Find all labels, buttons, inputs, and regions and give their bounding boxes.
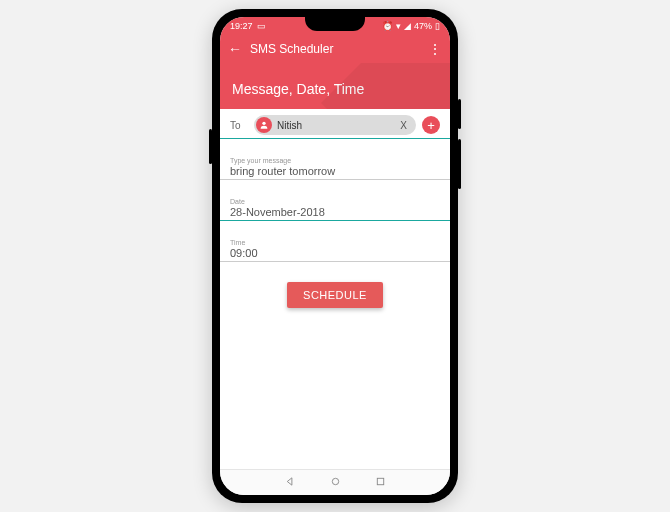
status-bar: 19:27 ▭ ⏰ ▾ ◢ 47% ▯ <box>220 17 450 35</box>
remove-recipient-button[interactable]: X <box>397 120 410 131</box>
app-title: SMS Scheduler <box>250 42 333 56</box>
nav-back-icon[interactable] <box>285 476 296 490</box>
nav-home-icon[interactable] <box>330 476 341 490</box>
message-input[interactable]: bring router tomorrow <box>230 165 440 177</box>
battery-text: 47% <box>414 21 432 31</box>
message-field[interactable]: Type your message bring router tomorrow <box>220 145 450 180</box>
time-label: Time <box>230 239 440 246</box>
signal-icon: ◢ <box>404 21 411 31</box>
schedule-button[interactable]: SCHEDULE <box>287 282 383 308</box>
time-field[interactable]: Time 09:00 <box>220 227 450 262</box>
app-bar: ← SMS Scheduler ⋮ <box>220 35 450 63</box>
navigation-bar <box>220 469 450 495</box>
battery-icon: ▯ <box>435 21 440 31</box>
date-input[interactable]: 28-November-2018 <box>230 206 440 218</box>
svg-rect-2 <box>377 478 383 484</box>
to-label: To <box>230 120 248 131</box>
clock-text: 19:27 <box>230 21 253 31</box>
date-field[interactable]: Date 28-November-2018 <box>220 186 450 221</box>
notification-icon: ▭ <box>257 21 266 31</box>
recipient-name: Nitish <box>277 120 302 131</box>
svg-point-0 <box>262 122 265 125</box>
svg-point-1 <box>332 478 338 484</box>
date-label: Date <box>230 198 440 205</box>
recipient-chip[interactable]: Nitish X <box>254 115 416 135</box>
alarm-icon: ⏰ <box>382 21 393 31</box>
back-icon[interactable]: ← <box>228 41 242 57</box>
screen: 19:27 ▭ ⏰ ▾ ◢ 47% ▯ ← SMS Scheduler ⋮ Me… <box>220 17 450 495</box>
recipient-field[interactable]: To Nitish X + <box>220 109 450 139</box>
person-icon <box>256 117 272 133</box>
add-recipient-button[interactable]: + <box>422 116 440 134</box>
page-title: Message, Date, Time <box>232 81 364 97</box>
message-label: Type your message <box>230 157 440 164</box>
phone-frame: 19:27 ▭ ⏰ ▾ ◢ 47% ▯ ← SMS Scheduler ⋮ Me… <box>212 9 458 503</box>
time-input[interactable]: 09:00 <box>230 247 440 259</box>
more-icon[interactable]: ⋮ <box>428 41 442 57</box>
nav-recent-icon[interactable] <box>375 476 386 490</box>
wifi-icon: ▾ <box>396 21 401 31</box>
page-header: Message, Date, Time <box>220 63 450 109</box>
